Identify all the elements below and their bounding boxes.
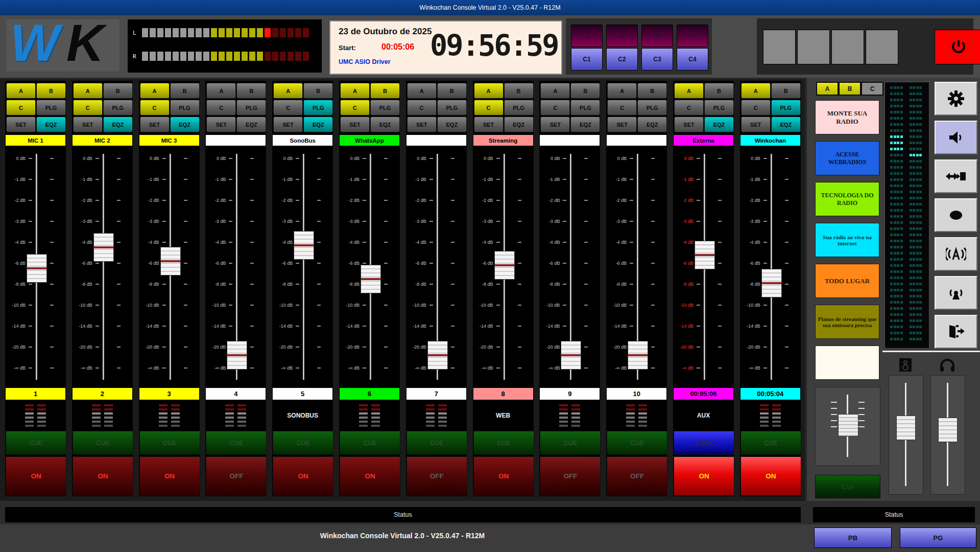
channel-on-off-button[interactable]: OFF: [540, 456, 601, 496]
cue-button[interactable]: CUE: [607, 431, 667, 455]
input-a-button[interactable]: A: [474, 83, 504, 99]
equalizer-button[interactable]: EQZ: [236, 117, 266, 132]
input-c-button[interactable]: C: [6, 100, 36, 116]
blank-slot-button[interactable]: [763, 30, 796, 64]
ad-banner-4[interactable]: Sua rádio ao vivo na internet: [815, 223, 879, 257]
input-c-button[interactable]: C: [206, 100, 236, 116]
plugin-button[interactable]: PLG: [370, 100, 400, 116]
equalizer-button[interactable]: EQZ: [570, 117, 600, 132]
channel-on-off-button[interactable]: ON: [674, 456, 734, 496]
input-c-button[interactable]: C: [741, 100, 771, 116]
fader-knob[interactable]: [27, 254, 47, 283]
bus-select-A[interactable]: A: [816, 82, 839, 96]
channel-on-off-button[interactable]: ON: [740, 456, 801, 496]
on-air-podcast-button[interactable]: [935, 276, 977, 310]
plugin-button[interactable]: PLG: [570, 100, 600, 116]
settings-button[interactable]: SET: [741, 117, 771, 132]
equalizer-button[interactable]: EQZ: [370, 117, 400, 132]
fader-knob[interactable]: [160, 247, 181, 275]
preset-button-2[interactable]: 2: [606, 25, 638, 47]
input-a-button[interactable]: A: [741, 83, 771, 99]
channel-bank-button-C3[interactable]: C3: [641, 48, 673, 71]
input-c-button[interactable]: C: [674, 100, 704, 116]
monitor-fader-knob[interactable]: [896, 416, 916, 440]
plugin-button[interactable]: PLG: [771, 100, 801, 116]
cue-monitor-button[interactable]: Cue: [815, 475, 880, 498]
fader-knob[interactable]: [761, 269, 782, 297]
input-b-button[interactable]: B: [437, 83, 467, 99]
plugin-button[interactable]: PLG: [504, 100, 534, 116]
channel-bank-button-C1[interactable]: C1: [571, 48, 603, 71]
cue-button[interactable]: CUE: [340, 431, 400, 455]
cue-button[interactable]: CUE: [740, 431, 801, 455]
cue-button[interactable]: CUE: [206, 431, 267, 455]
input-b-button[interactable]: B: [637, 83, 667, 99]
channel-on-off-button[interactable]: ON: [6, 456, 66, 496]
channel-on-off-button[interactable]: ON: [340, 456, 400, 496]
cue-button[interactable]: CUE: [407, 431, 467, 455]
input-c-button[interactable]: C: [474, 100, 504, 116]
channel-on-off-button[interactable]: OFF: [206, 456, 267, 496]
settings-button[interactable]: SET: [206, 117, 236, 132]
channel-on-off-button[interactable]: ON: [473, 456, 534, 496]
fader-knob[interactable]: [93, 233, 114, 262]
input-c-button[interactable]: C: [73, 100, 103, 116]
record-button[interactable]: [935, 198, 977, 232]
headphone-fader-knob[interactable]: [938, 418, 958, 442]
ad-banner-7[interactable]: [815, 346, 879, 380]
equalizer-button[interactable]: EQZ: [303, 117, 333, 132]
input-a-button[interactable]: A: [206, 83, 236, 99]
fader-knob[interactable]: [294, 231, 314, 260]
settings-button[interactable]: SET: [273, 117, 303, 132]
bus-select-C[interactable]: C: [861, 82, 883, 96]
input-b-button[interactable]: B: [570, 83, 600, 99]
power-button[interactable]: [935, 30, 980, 64]
plugin-button[interactable]: PLG: [103, 100, 133, 116]
plugin-button[interactable]: PLG: [704, 100, 734, 116]
fader-knob[interactable]: [561, 341, 581, 370]
input-a-button[interactable]: A: [340, 83, 370, 99]
input-c-button[interactable]: C: [407, 100, 437, 116]
ad-banner-2[interactable]: ACESSE WEBRADIOS: [815, 141, 879, 175]
cue-button[interactable]: CUE: [473, 431, 534, 455]
preset-button-3[interactable]: 3: [641, 25, 673, 47]
channel-bank-button-C2[interactable]: C2: [606, 48, 638, 71]
settings-gear-button[interactable]: [935, 82, 977, 116]
input-c-button[interactable]: C: [607, 100, 637, 116]
fader-knob[interactable]: [361, 265, 381, 293]
exit-door-button[interactable]: [935, 315, 977, 349]
cue-button[interactable]: CUE: [6, 431, 66, 455]
blank-slot-button[interactable]: [866, 30, 898, 64]
input-c-button[interactable]: C: [540, 100, 570, 116]
fader-knob[interactable]: [427, 341, 448, 370]
fader-knob[interactable]: [227, 341, 247, 370]
input-a-button[interactable]: A: [73, 83, 103, 99]
settings-button[interactable]: SET: [407, 117, 437, 132]
input-b-button[interactable]: B: [771, 83, 801, 99]
channel-on-off-button[interactable]: ON: [139, 456, 200, 496]
input-a-button[interactable]: A: [540, 83, 570, 99]
preset-button-4[interactable]: 4: [677, 25, 708, 47]
channel-on-off-button[interactable]: ON: [273, 456, 333, 496]
plugin-button[interactable]: PLG: [170, 100, 200, 116]
speaker-button[interactable]: [935, 121, 977, 154]
input-a-button[interactable]: A: [273, 83, 303, 99]
settings-button[interactable]: SET: [474, 117, 504, 132]
settings-button[interactable]: SET: [674, 117, 704, 132]
input-a-button[interactable]: A: [607, 83, 637, 99]
equalizer-button[interactable]: EQZ: [103, 117, 133, 132]
input-c-button[interactable]: C: [273, 100, 303, 116]
broadcast-antenna-button[interactable]: [935, 237, 977, 271]
fader-knob[interactable]: [695, 241, 715, 269]
settings-button[interactable]: SET: [6, 117, 36, 132]
equalizer-button[interactable]: EQZ: [771, 117, 801, 132]
settings-button[interactable]: SET: [73, 117, 103, 132]
input-b-button[interactable]: B: [170, 83, 200, 99]
fader-knob[interactable]: [628, 341, 648, 370]
input-a-button[interactable]: A: [140, 83, 170, 99]
settings-button[interactable]: SET: [140, 117, 170, 132]
plugin-button[interactable]: PLG: [36, 100, 66, 116]
ad-banner-3[interactable]: TECNOLOGIA DO RADIO: [815, 182, 879, 216]
equalizer-button[interactable]: EQZ: [637, 117, 667, 132]
channel-bank-button-C4[interactable]: C4: [677, 48, 708, 71]
